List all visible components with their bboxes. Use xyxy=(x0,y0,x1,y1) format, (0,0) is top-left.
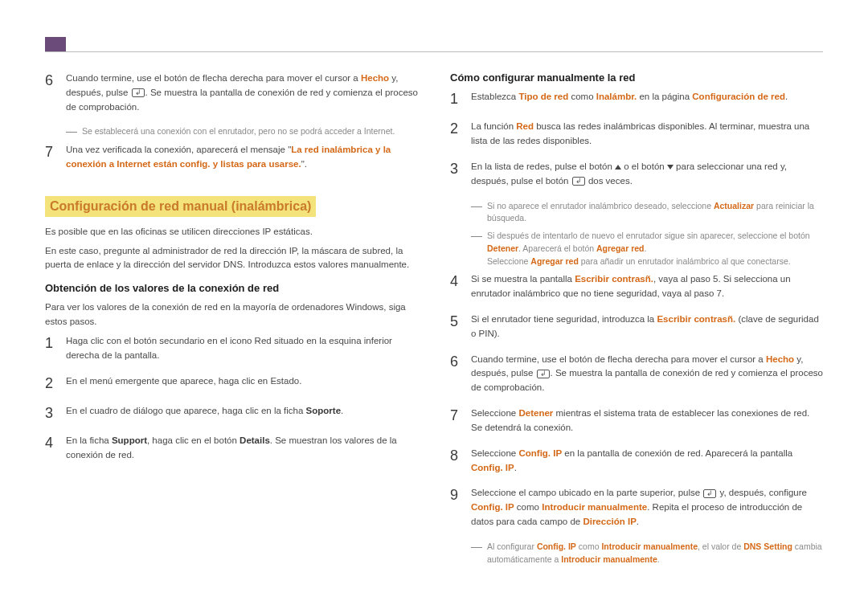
introducir-manual: Introducir manualmente xyxy=(542,502,647,512)
support-label: Support xyxy=(112,435,147,445)
rstep-3: 3 En la lista de redes, pulse el botón o… xyxy=(450,160,823,189)
text: Cuando termine, use el botón de flecha d… xyxy=(66,73,361,83)
introducir-manual: Introducir manualmente xyxy=(601,541,698,551)
step-num: 5 xyxy=(450,313,461,341)
step-num-6: 6 xyxy=(45,72,56,114)
text: como xyxy=(576,541,602,551)
note: ― Se establecerá una conexión con el enr… xyxy=(66,125,418,138)
note-dash-icon: ― xyxy=(471,200,482,226)
inalambr: Inalámbr. xyxy=(596,92,637,101)
details-label: Details xyxy=(240,435,270,445)
text: . xyxy=(341,406,343,415)
text: . xyxy=(657,554,660,564)
note-text: Se establecerá una conexión con el enrut… xyxy=(82,125,395,138)
text: como xyxy=(568,92,596,101)
config-red: Configuración de red xyxy=(692,92,785,101)
text: En el cuadro de diálogo que aparece, hag… xyxy=(66,406,306,415)
enter-icon xyxy=(132,88,145,97)
text: . xyxy=(514,463,517,472)
rstep-1: 1 Establezca Tipo de red como Inalámbr. … xyxy=(450,90,823,108)
note: ― Si no aparece el enrutador inalámbrico… xyxy=(471,200,823,226)
step-num: 2 xyxy=(450,120,461,149)
text: o el botón xyxy=(621,161,667,171)
text: Seleccione xyxy=(471,448,518,458)
note: ― Si después de intentarlo de nuevo el e… xyxy=(471,230,823,268)
step-7-prev: 7 Una vez verificada la conexión, aparec… xyxy=(45,143,418,172)
text: Establezca xyxy=(471,92,518,101)
rstep-5: 5 Si el enrutador tiene seguridad, intro… xyxy=(450,313,823,341)
step-2: 2 En el menú emergente que aparece, haga… xyxy=(45,374,418,393)
text: . xyxy=(785,92,788,101)
text: . Aparecerá el botón xyxy=(518,243,596,253)
para: En este caso, pregunte al administrador … xyxy=(45,244,418,273)
text: Seleccione xyxy=(471,408,518,418)
text: Si el enrutador tiene seguridad, introdu… xyxy=(471,314,657,324)
top-rule xyxy=(45,51,823,52)
enter-icon xyxy=(537,370,550,378)
up-arrow-icon xyxy=(615,165,621,170)
detener-label: Detener xyxy=(487,243,518,253)
enter-icon xyxy=(703,489,716,498)
soporte-label: Soporte xyxy=(306,406,341,415)
subheading-get-values: Obtención de los valores de la conexión … xyxy=(45,282,418,294)
introducir-manual: Introducir manualmente xyxy=(561,554,657,564)
config-ip-label: Config. IP xyxy=(471,463,514,472)
step-3: 3 En el cuadro de diálogo que aparece, h… xyxy=(45,404,418,423)
step-num: 7 xyxy=(450,407,461,435)
step-text: Haga clic con el botón secundario en el … xyxy=(66,334,418,363)
text: Seleccione el campo ubicado en la parte … xyxy=(471,488,702,497)
note-dash-icon: ― xyxy=(471,541,482,566)
right-column: Cómo configurar manualmente la red 1 Est… xyxy=(450,72,823,570)
rstep-6: 6 Cuando termine, use el botón de flecha… xyxy=(450,353,823,395)
step-6-prev: 6 Cuando termine, use el botón de flecha… xyxy=(45,72,418,114)
note-dash-icon: ― xyxy=(66,125,77,138)
step-num: 8 xyxy=(450,447,461,476)
note-dash-icon: ― xyxy=(471,230,482,268)
step-4: 4 En la ficha Support, haga clic en el b… xyxy=(45,434,418,463)
step-num: 4 xyxy=(450,272,461,301)
actualizar-label: Actualizar xyxy=(714,201,754,210)
text: en la pantalla de conexión de red. Apare… xyxy=(562,448,792,458)
para: Para ver los valores de la conexión de r… xyxy=(45,300,418,329)
tipo-red: Tipo de red xyxy=(518,92,568,101)
subheading-how-to-configure: Cómo configurar manualmente la red xyxy=(450,72,823,84)
para: Es posible que en las oficinas se utilic… xyxy=(45,225,418,239)
text: Si después de intentarlo de nuevo el enr… xyxy=(487,231,810,240)
step-num: 9 xyxy=(450,486,461,529)
step-num: 1 xyxy=(45,334,56,363)
text: y, después, configure xyxy=(717,488,807,497)
text: En la ficha xyxy=(66,435,112,445)
down-arrow-icon xyxy=(667,165,674,170)
escribir-label: Escribir contrasñ. xyxy=(575,274,653,284)
rstep-8: 8 Seleccione Config. IP en la pantalla d… xyxy=(450,447,823,476)
text: dos veces. xyxy=(586,176,633,186)
step-num: 4 xyxy=(45,434,56,463)
detener-label: Detener xyxy=(518,408,553,418)
text: en la página xyxy=(637,92,692,101)
step-num: 3 xyxy=(450,160,461,189)
text: Cuando termine, use el botón de flecha d… xyxy=(471,354,766,364)
step-num: 3 xyxy=(45,404,56,423)
text: Al configurar xyxy=(487,541,537,551)
text: . xyxy=(637,517,639,526)
config-ip-label: Config. IP xyxy=(471,502,514,512)
text: Seleccione xyxy=(487,256,530,266)
rstep-2: 2 La función Red busca las redes inalámb… xyxy=(450,120,823,149)
hecho-label: Hecho xyxy=(766,354,794,364)
config-ip-label: Config. IP xyxy=(537,541,576,551)
step-num: 6 xyxy=(450,353,461,395)
left-column: 6 Cuando termine, use el botón de flecha… xyxy=(45,72,418,570)
step-num: 2 xyxy=(45,374,56,393)
text: ". xyxy=(301,159,307,169)
direccion-ip: Dirección IP xyxy=(583,517,636,526)
rstep-4: 4 Si se muestra la pantalla Escribir con… xyxy=(450,272,823,301)
text: , el valor de xyxy=(698,541,743,551)
text: para añadir un enrutador inalámbrico al … xyxy=(579,256,791,266)
text: . xyxy=(645,243,647,253)
text: La función xyxy=(471,121,516,131)
step-text: En el menú emergente que aparece, haga c… xyxy=(66,374,301,393)
text: Si se muestra la pantalla xyxy=(471,274,575,284)
text: Si no aparece el enrutador inalámbrico d… xyxy=(487,201,714,210)
text: En la lista de redes, pulse el botón xyxy=(471,161,615,171)
enter-icon xyxy=(572,177,585,186)
